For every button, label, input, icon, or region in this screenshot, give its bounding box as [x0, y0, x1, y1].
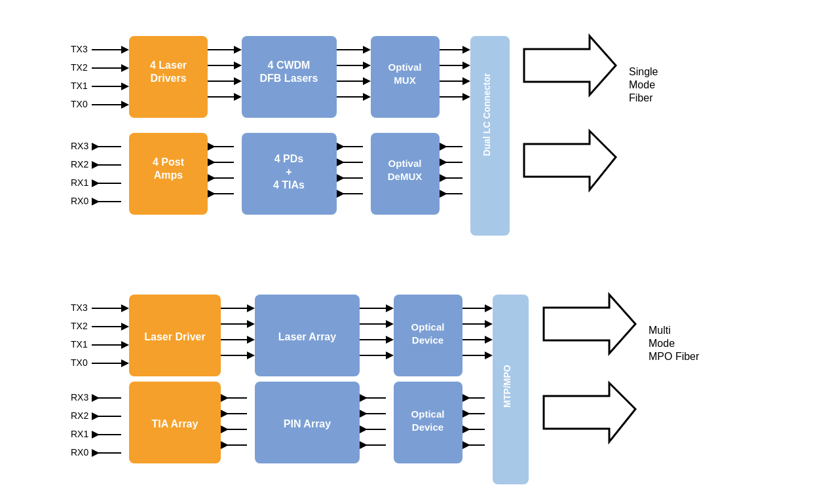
optical-mux-text2: MUX — [394, 75, 415, 86]
post-amps-text1: 4 Post — [153, 156, 185, 168]
svg-marker-27 — [462, 62, 470, 69]
optical-device-tx-text1: Optical — [411, 321, 445, 333]
mtp-mpo-text: MTP/MPO — [502, 365, 512, 407]
svg-marker-93 — [485, 336, 493, 344]
rx1-label-d2: RX1 — [71, 429, 88, 439]
svg-marker-89 — [485, 304, 493, 312]
svg-marker-9 — [234, 46, 242, 54]
diagram-container: TX3 TX2 TX1 TX0 4 Laser Drivers 4 CWDM D… — [0, 0, 830, 504]
svg-marker-107 — [221, 410, 229, 418]
svg-marker-7 — [121, 101, 129, 109]
svg-marker-85 — [386, 336, 394, 344]
svg-marker-43 — [208, 158, 216, 166]
svg-marker-31 — [462, 93, 470, 101]
tx1-label-d1: TX1 — [71, 81, 88, 91]
svg-marker-111 — [221, 441, 229, 449]
svg-marker-117 — [360, 425, 368, 433]
laser-drivers-text2: Drivers — [150, 73, 186, 84]
fiber-label-d2-line2: Mode — [649, 338, 675, 349]
tx-fiber-arrow-d2 — [544, 295, 635, 353]
svg-marker-119 — [360, 441, 368, 449]
svg-marker-55 — [337, 190, 345, 198]
svg-marker-3 — [121, 64, 129, 72]
svg-marker-51 — [337, 158, 345, 166]
svg-marker-1 — [121, 46, 129, 54]
svg-marker-125 — [462, 425, 470, 433]
tx-fiber-arrow — [524, 36, 616, 95]
optical-demux-text1: Optival — [388, 158, 422, 169]
main-diagram-svg: TX3 TX2 TX1 TX0 4 Laser Drivers 4 CWDM D… — [0, 0, 830, 504]
svg-marker-65 — [121, 304, 129, 312]
tx0-label-d1: TX0 — [71, 99, 88, 109]
svg-marker-29 — [462, 77, 470, 85]
svg-marker-115 — [360, 410, 368, 418]
svg-marker-17 — [363, 46, 371, 54]
fiber-label-d1-line3: Fiber — [629, 92, 653, 103]
rx2-label-d1: RX2 — [71, 159, 88, 170]
svg-marker-49 — [337, 143, 345, 151]
pds-text: 4 PDs — [274, 153, 304, 164]
fiber-label-d2-line1: Multi — [649, 325, 671, 336]
svg-marker-109 — [221, 425, 229, 433]
svg-marker-97 — [92, 394, 100, 402]
tx1-label-d2: TX1 — [71, 339, 88, 350]
rx-fiber-arrow-d2 — [544, 383, 635, 442]
svg-marker-5 — [121, 82, 129, 90]
optical-device-rx-text2: Device — [412, 422, 443, 433]
svg-marker-23 — [363, 93, 371, 101]
svg-marker-95 — [485, 351, 493, 359]
svg-marker-45 — [208, 174, 216, 182]
rx2-label-d2: RX2 — [71, 410, 88, 421]
svg-marker-37 — [92, 179, 100, 187]
svg-marker-113 — [360, 394, 368, 402]
rx-fiber-arrow — [524, 131, 616, 190]
svg-marker-123 — [462, 410, 470, 418]
svg-marker-87 — [386, 351, 394, 359]
svg-marker-15 — [234, 93, 242, 101]
svg-marker-121 — [462, 394, 470, 402]
svg-marker-57 — [440, 143, 447, 151]
svg-marker-25 — [462, 46, 470, 54]
svg-marker-69 — [121, 341, 129, 349]
svg-marker-63 — [440, 190, 447, 198]
svg-marker-47 — [208, 190, 216, 198]
rx0-label-d2: RX0 — [71, 447, 88, 458]
svg-marker-73 — [247, 304, 255, 312]
tx3-label-d1: TX3 — [71, 44, 88, 54]
tx3-label-d2: TX3 — [71, 302, 88, 313]
svg-marker-13 — [234, 77, 242, 85]
svg-marker-127 — [462, 441, 470, 449]
svg-marker-103 — [92, 449, 100, 457]
fiber-label-d1-line1: Single — [629, 66, 658, 77]
optical-mux-text1: Optival — [388, 62, 422, 73]
svg-marker-59 — [440, 158, 447, 166]
svg-marker-41 — [208, 143, 216, 151]
cwdm-text2: DFB Lasers — [260, 73, 318, 84]
dual-lc-text: Dual LC Connector — [481, 73, 492, 156]
cwdm-text1: 4 CWDM — [268, 60, 311, 71]
svg-marker-79 — [247, 351, 255, 359]
tx2-label-d2: TX2 — [71, 321, 88, 331]
svg-marker-11 — [234, 62, 242, 69]
svg-marker-75 — [247, 320, 255, 328]
tia-array-text: TIA Array — [152, 418, 198, 429]
plus-text: + — [286, 166, 292, 177]
svg-marker-99 — [92, 412, 100, 420]
rx1-label-d1: RX1 — [71, 177, 88, 188]
fiber-label-d1-line2: Mode — [629, 79, 655, 90]
post-amps-text2: Amps — [154, 170, 183, 181]
svg-marker-33 — [92, 143, 100, 151]
fiber-label-d2-line3: MPO Fiber — [649, 351, 700, 362]
optical-demux-text2: DeMUX — [388, 171, 423, 182]
tx2-label-d1: TX2 — [71, 62, 88, 73]
pin-array-text: PIN Array — [284, 418, 331, 429]
svg-marker-71 — [121, 359, 129, 367]
laser-array-text: Laser Array — [278, 331, 336, 342]
laser-driver-text: Laser Driver — [144, 331, 205, 342]
rx0-label-d1: RX0 — [71, 196, 88, 206]
tx0-label-d2: TX0 — [71, 357, 88, 368]
svg-marker-67 — [121, 323, 129, 331]
svg-marker-81 — [386, 304, 394, 312]
svg-marker-53 — [337, 174, 345, 182]
rx3-label-d1: RX3 — [71, 141, 88, 151]
